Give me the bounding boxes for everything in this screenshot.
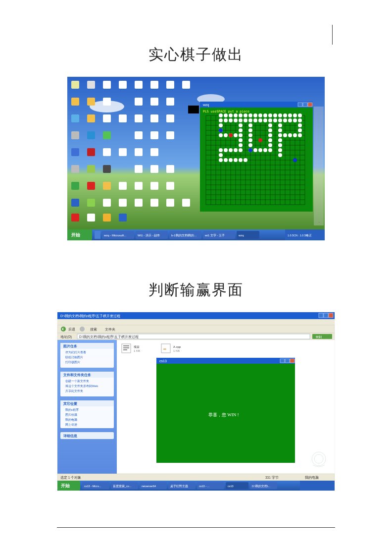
svg-point-122: [293, 113, 297, 117]
svg-point-182: [268, 148, 272, 152]
svg-rect-271: [57, 474, 335, 481]
svg-text:A.cpp: A.cpp: [173, 345, 181, 348]
svg-rect-60: [182, 199, 190, 207]
svg-point-169: [239, 143, 243, 147]
svg-rect-57: [166, 182, 174, 190]
game-result-window: cs13 恭喜，您 WIN !: [156, 358, 295, 463]
game-win-message: 恭喜，您 WIN !: [208, 412, 239, 417]
svg-rect-54: [166, 114, 174, 122]
svg-rect-6: [71, 131, 79, 139]
svg-rect-264: [156, 358, 295, 364]
svg-text:搜索: 搜索: [90, 328, 97, 331]
svg-text:D:\我的文档\...: D:\我的文档\...: [252, 484, 271, 488]
svg-rect-38: [135, 114, 143, 122]
svg-point-109: [229, 113, 233, 117]
svg-text:1 KB: 1 KB: [134, 349, 140, 352]
svg-point-138: [288, 118, 292, 122]
svg-point-153: [219, 133, 223, 137]
svg-text:我的c程序: 我的c程序: [65, 408, 79, 411]
svg-rect-43: [135, 199, 143, 207]
svg-rect-5: [71, 114, 79, 122]
start-button-2[interactable]: 开始: [60, 483, 70, 488]
svg-rect-44: [150, 81, 158, 89]
svg-point-189: [234, 158, 238, 162]
document-page: 实心棋子做出: [0, 0, 392, 515]
svg-point-126: [229, 118, 233, 122]
svg-text:b-1我的文档\我的...: b-1我的文档\我的...: [171, 233, 197, 237]
start-button[interactable]: 开始: [71, 232, 81, 237]
svg-point-107: [219, 113, 223, 117]
svg-rect-256: [123, 347, 129, 348]
svg-text:cs13 - Micro...: cs13 - Micro...: [84, 485, 101, 488]
svg-point-166: [248, 138, 252, 142]
svg-point-149: [248, 128, 252, 132]
svg-rect-42: [135, 182, 143, 190]
svg-rect-52: [166, 81, 174, 89]
svg-point-172: [278, 143, 282, 147]
svg-rect-10: [71, 199, 79, 207]
svg-point-160: [278, 133, 282, 137]
svg-rect-28: [103, 199, 111, 207]
svg-point-131: [253, 118, 257, 122]
svg-point-114: [253, 113, 257, 117]
svg-rect-37: [135, 98, 143, 106]
svg-rect-216: [319, 313, 323, 318]
svg-point-158: [248, 133, 252, 137]
svg-rect-4: [71, 98, 79, 106]
svg-point-145: [278, 123, 282, 127]
svg-rect-11: [71, 214, 79, 222]
svg-point-148: [239, 128, 243, 132]
game-window-title-2: cs13: [159, 359, 167, 363]
svg-point-170: [248, 143, 252, 147]
svg-rect-20: [87, 214, 95, 222]
svg-point-132: [258, 118, 262, 122]
svg-rect-62: [200, 102, 313, 108]
svg-rect-34: [119, 199, 127, 207]
svg-rect-41: [135, 165, 143, 173]
svg-point-177: [239, 148, 243, 152]
svg-point-134: [268, 118, 272, 122]
svg-rect-7: [71, 148, 79, 156]
svg-rect-201: [95, 231, 100, 239]
svg-rect-21: [103, 81, 111, 89]
svg-rect-61: [188, 106, 199, 113]
svg-rect-291: [300, 481, 335, 491]
svg-rect-47: [150, 131, 158, 139]
svg-point-137: [283, 118, 287, 122]
svg-point-167: [268, 138, 272, 142]
svg-point-110: [234, 113, 238, 117]
svg-rect-14: [87, 114, 95, 122]
svg-text:文件夹: 文件夹: [105, 328, 115, 331]
heading-2: 判断输赢界面: [45, 280, 347, 300]
svg-rect-64: [303, 103, 307, 107]
svg-text:其它位置: 其它位置: [63, 401, 77, 406]
svg-point-175: [229, 148, 233, 152]
game-window-title: wzq: [202, 103, 209, 107]
svg-text:图片收藏: 图片收藏: [65, 413, 77, 416]
svg-rect-23: [103, 114, 111, 122]
svg-rect-33: [119, 182, 127, 190]
svg-rect-29: [103, 214, 111, 222]
svg-text:转到: 转到: [316, 335, 322, 338]
svg-point-186: [219, 158, 223, 162]
svg-text:桌子狂野主题: 桌子狂野主题: [170, 484, 188, 488]
svg-rect-219: [57, 319, 335, 325]
svg-text:331 字节: 331 字节: [265, 476, 279, 479]
svg-rect-45: [150, 98, 158, 106]
svg-rect-19: [87, 199, 95, 207]
svg-text:wt1 文字 - 五子: wt1 文字 - 五子: [204, 233, 225, 237]
svg-rect-13: [87, 98, 95, 106]
page-margin-mark-bottom: [57, 527, 335, 528]
svg-point-119: [278, 113, 282, 117]
svg-point-124: [219, 118, 223, 122]
svg-rect-30: [119, 81, 127, 89]
svg-point-157: [239, 133, 243, 137]
svg-text:图片任务: 图片任务: [63, 344, 77, 348]
svg-rect-22: [103, 98, 111, 106]
svg-point-156: [234, 133, 238, 137]
svg-rect-58: [166, 199, 174, 207]
svg-rect-40: [135, 148, 143, 156]
svg-rect-53: [166, 98, 174, 106]
svg-point-151: [278, 128, 282, 132]
svg-point-223: [80, 327, 85, 332]
